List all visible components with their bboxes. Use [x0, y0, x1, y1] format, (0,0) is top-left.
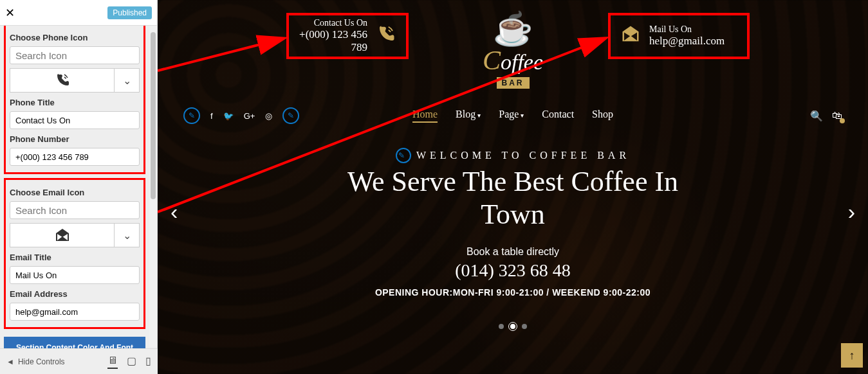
hero-subtitle: Book a table directly — [158, 246, 868, 258]
phone-volume-icon — [55, 73, 70, 88]
hero-phone: (014) 323 68 48 — [158, 260, 868, 281]
phone-title-input[interactable] — [10, 111, 140, 129]
slider-dot[interactable] — [499, 324, 504, 329]
chevron-left-icon: ◄ — [6, 357, 14, 366]
phone-title-label: Phone Title — [10, 98, 140, 107]
nav-home[interactable]: Home — [412, 109, 438, 123]
hero-hours: OPENING HOUR:MON-FRI 9:00-21:00 / WEEKEN… — [158, 287, 868, 298]
facebook-icon[interactable]: f — [210, 111, 213, 121]
email-address-label: Email Address — [10, 289, 140, 299]
arrow-up-icon: ↑ — [849, 349, 855, 362]
envelope-open-icon — [621, 25, 640, 48]
device-preview-icons: 🖥 ▢ ▯ — [107, 355, 151, 369]
slider-next-icon[interactable]: › — [848, 199, 855, 224]
contact-mail-box: Mail Us On help@gmail.com — [608, 13, 750, 59]
status-badge: Published — [107, 6, 152, 19]
nav-page[interactable]: Page▾ — [499, 109, 524, 123]
nav-shop[interactable]: Shop — [592, 109, 613, 123]
phone-icon-label: Choose Phone Icon — [10, 33, 140, 42]
contact-mail-title: Mail Us On — [649, 24, 725, 35]
hide-controls-button[interactable]: ◄ Hide Controls — [6, 357, 65, 366]
hide-controls-label: Hide Controls — [18, 357, 65, 366]
phone-icon-dropdown[interactable]: ⌄ — [114, 68, 140, 93]
logo-text: CCoffeeoffee — [461, 45, 564, 76]
nav-menu: Home Blog▾ Page▾ Contact Shop — [412, 109, 613, 123]
phone-volume-icon — [376, 24, 396, 48]
email-icon-dropdown[interactable]: ⌄ — [114, 223, 140, 247]
edit-icon[interactable]: ✎ — [183, 107, 200, 124]
phone-number-input[interactable] — [10, 148, 140, 166]
google-plus-icon[interactable]: G+ — [244, 111, 255, 121]
desktop-icon[interactable]: 🖥 — [107, 355, 118, 369]
hero-eyebrow: ✎ WELCOME TO COFFEE BAR — [396, 148, 630, 163]
nav-contact[interactable]: Contact — [542, 109, 574, 123]
edit-icon[interactable]: ✎ — [282, 107, 299, 124]
slider-prev-icon[interactable]: ‹ — [171, 199, 178, 224]
email-address-input[interactable] — [10, 303, 140, 321]
hero-title-line1: We Serve The Best Coffee In — [158, 166, 868, 199]
edit-icon[interactable]: ✎ — [396, 148, 411, 163]
twitter-icon[interactable]: 🐦 — [223, 111, 234, 121]
sidebar-scrollbar[interactable] — [149, 26, 157, 347]
mobile-icon[interactable]: ▯ — [145, 355, 151, 369]
nav-blog[interactable]: Blog▾ — [456, 109, 481, 123]
cup-icon: ☕ — [461, 13, 564, 45]
close-icon[interactable]: ✕ — [5, 6, 15, 20]
email-icon-picker: ⌄ — [10, 223, 140, 247]
nav-blog-label: Blog — [456, 109, 476, 120]
envelope-open-icon — [55, 228, 70, 242]
nav-right: 🔍 🛍 — [810, 110, 842, 122]
search-icon[interactable]: 🔍 — [810, 110, 823, 122]
instagram-icon[interactable]: ◎ — [265, 111, 272, 121]
search-phone-icon-input[interactable] — [10, 46, 140, 64]
search-email-icon-input[interactable] — [10, 201, 140, 219]
contact-phone-value: +(000) 123 456 789 — [299, 28, 367, 54]
nav-left: ✎ f 🐦 G+ ◎ ✎ — [183, 107, 299, 124]
hero-title: We Serve The Best Coffee In Town — [158, 166, 868, 231]
contact-phone-text: Contact Us On +(000) 123 456 789 — [299, 18, 367, 54]
customizer-sidebar: ✕ Published Choose Phone Icon ⌄ Phone Ti… — [0, 0, 158, 374]
email-title-label: Email Title — [10, 253, 140, 262]
scroll-to-top-button[interactable]: ↑ — [841, 343, 863, 368]
sidebar-scrollbar-thumb[interactable] — [151, 32, 156, 199]
contact-mail-value: help@gmail.com — [649, 35, 725, 48]
caret-down-icon: ▾ — [477, 112, 481, 119]
sidebar-body: Choose Phone Icon ⌄ Phone Title Phone Nu… — [0, 26, 149, 348]
contact-phone-title: Contact Us On — [299, 18, 367, 28]
email-icon-label: Choose Email Icon — [10, 188, 140, 197]
phone-settings-group: Choose Phone Icon ⌄ Phone Title Phone Nu… — [4, 26, 145, 174]
slider-dots — [499, 324, 527, 329]
live-preview: Contact Us On +(000) 123 456 789 ☕ CCoff… — [158, 0, 868, 374]
cart-icon[interactable]: 🛍 — [832, 110, 842, 122]
slider-dot[interactable] — [522, 324, 527, 329]
top-contacts: Contact Us On +(000) 123 456 789 ☕ CCoff… — [158, 13, 868, 84]
main-nav: ✎ f 🐦 G+ ◎ ✎ Home Blog▾ Page▾ Contact Sh… — [158, 103, 868, 129]
phone-number-label: Phone Number — [10, 134, 140, 144]
contact-phone-box: Contact Us On +(000) 123 456 789 — [286, 13, 409, 59]
site-logo[interactable]: ☕ CCoffeeoffee BAR — [461, 13, 564, 89]
sidebar-bottom-bar: ◄ Hide Controls 🖥 ▢ ▯ — [0, 348, 158, 374]
logo-subtext: BAR — [497, 77, 530, 89]
contact-mail-text: Mail Us On help@gmail.com — [649, 24, 725, 48]
email-settings-group: Choose Email Icon ⌄ Email Title Email Ad… — [4, 178, 145, 329]
hero: ✎ WELCOME TO COFFEE BAR We Serve The Bes… — [158, 148, 868, 298]
nav-page-label: Page — [499, 109, 519, 120]
phone-icon-picker: ⌄ — [10, 68, 140, 93]
sidebar-top-bar: ✕ Published — [0, 0, 157, 26]
hero-title-line2: Town — [158, 199, 868, 231]
section-color-font-button[interactable]: Section Content Color And Font Settings — [4, 337, 145, 348]
email-icon-preview — [10, 223, 114, 247]
hero-eyebrow-text: WELCOME TO COFFEE BAR — [416, 150, 630, 161]
slider-dot[interactable] — [510, 324, 515, 329]
phone-icon-preview — [10, 68, 114, 93]
tablet-icon[interactable]: ▢ — [127, 355, 136, 369]
email-title-input[interactable] — [10, 266, 140, 284]
caret-down-icon: ▾ — [521, 112, 524, 119]
